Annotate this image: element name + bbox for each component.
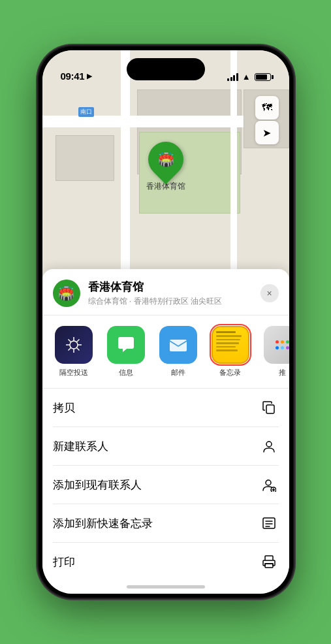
print-icon bbox=[259, 552, 279, 572]
svg-point-0 bbox=[70, 341, 78, 349]
svg-rect-1 bbox=[170, 340, 187, 351]
svg-rect-2 bbox=[266, 405, 274, 413]
svg-point-4 bbox=[266, 480, 271, 485]
add-contact-icon bbox=[259, 475, 279, 494]
share-item-messages[interactable]: 信息 bbox=[102, 326, 150, 378]
copy-icon bbox=[259, 398, 279, 417]
share-item-mail[interactable]: 邮件 bbox=[155, 326, 202, 378]
svg-rect-8 bbox=[265, 564, 273, 568]
location-arrow-icon: ▶ bbox=[87, 72, 92, 80]
location-info: 香港体育馆 综合体育馆 · 香港特别行政区 油尖旺区 bbox=[88, 280, 253, 307]
dynamic-island bbox=[127, 58, 205, 80]
action-add-contact-label: 添加到现有联系人 bbox=[53, 477, 142, 492]
road-sign: 南口 bbox=[78, 107, 94, 117]
map-controls: 🗺 ➤ bbox=[255, 96, 279, 144]
messages-icon bbox=[107, 326, 145, 364]
action-print-label: 打印 bbox=[53, 555, 75, 570]
location-icon: 🏟️ bbox=[53, 280, 80, 307]
share-item-notes[interactable]: 备忘录 bbox=[207, 326, 254, 378]
more-icon bbox=[264, 326, 289, 364]
mail-icon bbox=[159, 326, 197, 364]
status-icons: ▲ bbox=[227, 72, 270, 82]
svg-point-3 bbox=[266, 442, 272, 447]
location-name: 香港体育馆 bbox=[88, 280, 253, 295]
notes-label: 备忘录 bbox=[219, 368, 241, 378]
new-contact-icon bbox=[259, 436, 279, 456]
more-label: 推 bbox=[279, 368, 286, 378]
svg-rect-7 bbox=[265, 556, 273, 560]
map-pin-icon: 🏟️ bbox=[157, 152, 174, 167]
action-item-add-contact[interactable]: 添加到现有联系人 bbox=[53, 466, 279, 504]
map-pin: 🏟️ bbox=[140, 135, 190, 184]
close-button[interactable]: × bbox=[260, 284, 279, 302]
status-time: 09:41 bbox=[61, 71, 85, 82]
airdrop-icon bbox=[55, 326, 93, 364]
airdrop-label: 隔空投送 bbox=[59, 368, 88, 378]
map-pin-container: 🏟️ 香港体育馆 bbox=[146, 142, 185, 192]
location-header: 🏟️ 香港体育馆 综合体育馆 · 香港特别行政区 油尖旺区 × bbox=[42, 269, 289, 315]
action-item-copy[interactable]: 拷贝 bbox=[53, 389, 279, 427]
share-row: 隔空投送 信息 bbox=[42, 315, 289, 389]
share-item-more[interactable]: 推 bbox=[259, 326, 289, 378]
signal-bars-icon bbox=[227, 73, 238, 81]
bottom-sheet: 🏟️ 香港体育馆 综合体育馆 · 香港特别行政区 油尖旺区 × bbox=[42, 269, 289, 594]
action-item-quick-note[interactable]: 添加到新快速备忘录 bbox=[53, 504, 279, 543]
action-item-new-contact[interactable]: 新建联系人 bbox=[53, 427, 279, 466]
action-item-print[interactable]: 打印 bbox=[53, 543, 279, 581]
share-item-airdrop[interactable]: 隔空投送 bbox=[50, 326, 97, 378]
action-copy-label: 拷贝 bbox=[53, 400, 75, 415]
action-list: 拷贝 新建联系人 bbox=[42, 389, 289, 581]
map-building-2 bbox=[55, 135, 114, 181]
map-road-label: 南口 bbox=[78, 107, 94, 117]
map-layer-button[interactable]: 🗺 bbox=[255, 96, 279, 120]
mail-label: 邮件 bbox=[171, 368, 185, 378]
action-new-contact-label: 新建联系人 bbox=[53, 439, 108, 454]
notes-icon bbox=[212, 326, 249, 364]
messages-label: 信息 bbox=[119, 368, 133, 378]
map-location-button[interactable]: ➤ bbox=[255, 121, 279, 144]
wifi-icon: ▲ bbox=[242, 72, 251, 82]
location-subtitle: 综合体育馆 · 香港特别行政区 油尖旺区 bbox=[88, 296, 253, 307]
battery-icon bbox=[255, 73, 271, 81]
home-indicator bbox=[127, 585, 205, 588]
phone-screen: 09:41 ▶ ▲ bbox=[42, 50, 289, 594]
action-quick-note-label: 添加到新快速备忘录 bbox=[53, 516, 153, 531]
phone-frame: 09:41 ▶ ▲ bbox=[39, 46, 293, 598]
quick-note-icon bbox=[259, 513, 279, 533]
